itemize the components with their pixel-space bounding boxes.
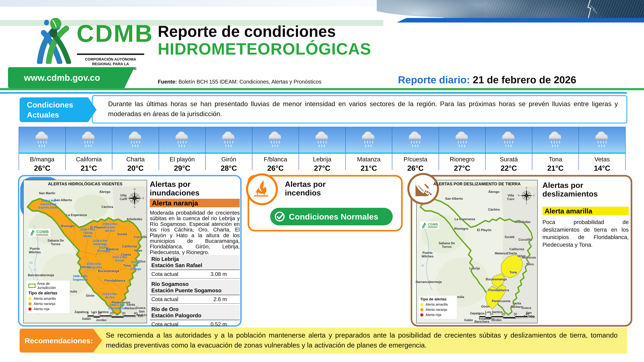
map-place-label: Charta (507, 251, 517, 255)
report-date: 21 de febrero de 2026 (473, 74, 576, 85)
metric-value: 0.52 m (210, 321, 227, 327)
weather-temperature: 22°C (486, 164, 532, 172)
map-place-label: Arboledas (126, 217, 142, 221)
map-place-label: Guaca (522, 306, 531, 310)
scale-tick: 5 (484, 312, 486, 316)
station-name: Estación Puente Sogamoso (151, 287, 238, 294)
cyan-strip (579, 152, 625, 154)
legend-dot (420, 308, 424, 311)
cyan-strip (532, 152, 579, 154)
weather-cell: El playón 29°C (159, 127, 206, 170)
compass-rose-icon: NSWE (518, 187, 535, 204)
weather-city-name: Tona (532, 156, 579, 163)
weather-cell: B/manga 26°C (19, 127, 66, 170)
legend-title: Tipo de alertas (420, 297, 456, 301)
recommendations-text: Se recomienda a las autoridades y a la p… (106, 330, 618, 350)
landslide-heading-line1: Alertas por (542, 181, 629, 190)
basin-label: 2319-3 Rionegro (97, 246, 110, 253)
legend-item: Alerta roja (420, 313, 456, 317)
weather-temperature: 21°C (66, 164, 112, 172)
logo-rule (77, 53, 144, 55)
weather-city-name: Matanza (346, 156, 392, 163)
lightning-icon (574, 0, 604, 18)
svg-text:E: E (534, 194, 535, 197)
report-page: CDMB CORPORACIÓN AUTÓNOMA REGIONAL PARA … (0, 0, 644, 362)
scale-tick: 0 (478, 312, 480, 316)
legend-title: Tipo de alertas (28, 291, 68, 296)
map-place-label: Mutiscua (522, 256, 536, 259)
map-place-label: Zapatoca (74, 310, 88, 314)
weather-city-name: California (66, 156, 112, 163)
map-place-label: La Esperanza (454, 217, 475, 221)
rain-cloud-icon (112, 127, 159, 152)
map-place-label: Cucutilla (134, 235, 147, 239)
report-date-line: Reporte diario: 21 de febrero de 2026 (398, 74, 576, 85)
compass-rose-icon: NSWE (124, 188, 144, 208)
curve-mask (372, 9, 443, 18)
current-conditions-label: Condiciones Actuales (20, 97, 96, 122)
map-place-label: Bucaramanga (486, 277, 507, 281)
current-conditions-text: Durante las últimas horas se han present… (108, 99, 618, 119)
cyan-strip (19, 152, 65, 154)
jurisdiction-legend: Área de Jurisdicción (28, 282, 68, 290)
weather-temperature: 28°C (206, 164, 252, 172)
station-header: Río de OroEstación Palogordo (150, 305, 240, 320)
weather-city-name: Charta (112, 156, 159, 163)
map-place-label: Floridablanca (104, 279, 125, 283)
map-place-label: Lebrija (469, 267, 480, 270)
river-name: Río Lebrija (151, 256, 238, 262)
map-place-label: California (122, 245, 137, 248)
landslide-alert-level-strip: Alerta amarilla (542, 207, 629, 215)
map-place-label: Suratá (504, 235, 514, 239)
rain-cloud-icon (19, 127, 65, 152)
weather-temperature: 26°C (19, 164, 65, 172)
flood-map-title: ALERTAS HIDROLÓGICAS VIGENTES (24, 182, 147, 186)
landslide-heading-line2: deslizamientos (542, 190, 629, 198)
cyan-strip (486, 152, 532, 154)
report-label: Reporte diario: (398, 74, 473, 85)
scale-tick: 30 (514, 312, 517, 316)
metric-label: Cota actual (151, 296, 178, 302)
basin-label: 2319-2 Rio de Oro (102, 292, 117, 299)
cyan-strip (346, 152, 392, 154)
svg-text:W: W (124, 197, 127, 200)
station-name: Estación San Rafael (151, 262, 238, 269)
legend-label: Alerta naranja (426, 308, 447, 312)
scale-tick: 10 (98, 312, 102, 315)
map-place-label: Vetas (134, 249, 142, 252)
flood-alert-level: Alerta naranja (152, 199, 198, 207)
flood-alert-level-strip: Alerta naranja (150, 199, 240, 207)
weather-temperature: 26°C (392, 164, 438, 172)
weather-cell: Girón 28°C (206, 127, 252, 170)
cyan-strip (252, 152, 299, 154)
flood-heading-line2: inundaciones (150, 189, 240, 197)
website-link[interactable]: www.cdmb.gov.co (24, 73, 100, 83)
scale-tick: 10 (490, 312, 493, 316)
map-place-label: Sabana De Torres (48, 239, 64, 246)
scale-bar (479, 316, 527, 317)
legend-item: Alerta amarilla (28, 297, 68, 301)
map-place-label: Cáchira (102, 205, 113, 209)
map-place-label: Rionegro (61, 224, 75, 228)
weather-cell: F/blanca 26°C (252, 127, 299, 170)
legend-label: Alerta amarilla (34, 297, 56, 301)
scale-tick: 30 (122, 312, 126, 315)
legend-label: Alerta naranja (34, 302, 55, 306)
map-place-label: Tona (510, 271, 517, 274)
landslide-map-legend: Tipo de alertas Alerta amarillaAlerta na… (418, 295, 457, 319)
map-place-label: Suratá (117, 232, 127, 236)
weather-city-name: El playón (159, 156, 206, 163)
river-name: Río de Oro (151, 306, 238, 312)
fire-status-label: Condiciones Normales (289, 212, 378, 221)
weather-cell: Tona 21°C (532, 127, 579, 170)
jurisdiction-swatch (28, 284, 36, 288)
logo-org-line1: CORPORACIÓN AUTÓNOMA REGIONAL PARA LA (77, 57, 144, 66)
metric-label: Cota actual (151, 271, 178, 277)
rain-cloud-icon (66, 127, 112, 152)
legend-dot (28, 302, 32, 306)
legend-item: Alerta naranja (420, 308, 456, 312)
station-header: Río LebrijaEstación San Rafael (150, 255, 240, 270)
weather-row: B/manga 26°C California 21°C Charta 20°C (19, 127, 626, 170)
map-place-label: Sabana De Torres (438, 242, 455, 249)
weather-city-name: Suratá (486, 156, 532, 163)
